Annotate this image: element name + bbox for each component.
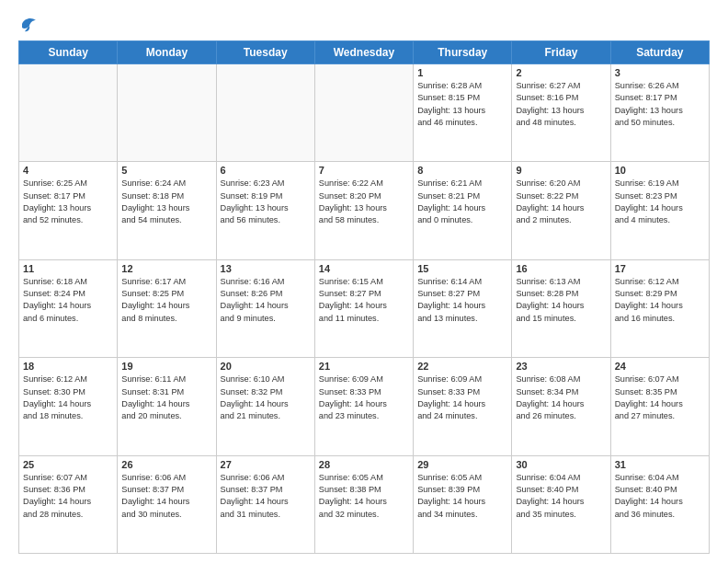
calendar-cell: 25Sunrise: 6:07 AM Sunset: 8:36 PM Dayli… — [19, 455, 118, 553]
day-number: 4 — [23, 165, 113, 176]
day-info: Sunrise: 6:19 AM Sunset: 8:23 PM Dayligh… — [615, 178, 705, 226]
day-number: 23 — [516, 361, 606, 372]
day-number: 28 — [319, 459, 409, 470]
calendar-cell: 30Sunrise: 6:04 AM Sunset: 8:40 PM Dayli… — [512, 455, 610, 553]
day-number: 11 — [23, 263, 113, 274]
day-info: Sunrise: 6:06 AM Sunset: 8:37 PM Dayligh… — [221, 472, 311, 521]
calendar-cell: 29Sunrise: 6:05 AM Sunset: 8:39 PM Dayli… — [414, 455, 512, 553]
calendar-cell: 1Sunrise: 6:28 AM Sunset: 8:15 PM Daylig… — [414, 64, 512, 162]
day-info: Sunrise: 6:04 AM Sunset: 8:40 PM Dayligh… — [516, 472, 606, 521]
calendar-table: SundayMondayTuesdayWednesdayThursdayFrid… — [18, 40, 710, 554]
day-number: 8 — [417, 165, 507, 176]
day-info: Sunrise: 6:14 AM Sunset: 8:27 PM Dayligh… — [417, 276, 507, 325]
calendar-cell: 9Sunrise: 6:20 AM Sunset: 8:22 PM Daylig… — [512, 162, 610, 259]
day-info: Sunrise: 6:08 AM Sunset: 8:34 PM Dayligh… — [516, 373, 606, 422]
day-number: 7 — [319, 165, 409, 176]
day-number: 26 — [121, 459, 211, 470]
day-number: 14 — [319, 263, 409, 274]
calendar-dow-wednesday: Wednesday — [314, 41, 413, 64]
calendar-cell: 4Sunrise: 6:25 AM Sunset: 8:17 PM Daylig… — [19, 162, 118, 259]
calendar-cell: 3Sunrise: 6:26 AM Sunset: 8:17 PM Daylig… — [610, 64, 709, 162]
day-info: Sunrise: 6:07 AM Sunset: 8:35 PM Dayligh… — [615, 373, 705, 422]
day-info: Sunrise: 6:12 AM Sunset: 8:30 PM Dayligh… — [23, 373, 113, 422]
day-number: 10 — [615, 165, 705, 176]
day-info: Sunrise: 6:20 AM Sunset: 8:22 PM Dayligh… — [516, 178, 606, 226]
calendar-cell: 27Sunrise: 6:06 AM Sunset: 8:37 PM Dayli… — [216, 455, 314, 553]
calendar-cell: 22Sunrise: 6:09 AM Sunset: 8:33 PM Dayli… — [414, 358, 512, 455]
calendar-cell: 15Sunrise: 6:14 AM Sunset: 8:27 PM Dayli… — [414, 259, 512, 357]
day-number: 16 — [516, 263, 606, 274]
calendar-cell: 8Sunrise: 6:21 AM Sunset: 8:21 PM Daylig… — [414, 162, 512, 259]
day-number: 24 — [615, 361, 705, 372]
calendar-cell: 21Sunrise: 6:09 AM Sunset: 8:33 PM Dayli… — [314, 358, 413, 455]
calendar-cell: 16Sunrise: 6:13 AM Sunset: 8:28 PM Dayli… — [512, 259, 610, 357]
calendar-cell: 10Sunrise: 6:19 AM Sunset: 8:23 PM Dayli… — [610, 162, 709, 259]
day-info: Sunrise: 6:27 AM Sunset: 8:16 PM Dayligh… — [516, 80, 606, 129]
page: SundayMondayTuesdayWednesdayThursdayFrid… — [0, 0, 728, 563]
day-info: Sunrise: 6:18 AM Sunset: 8:24 PM Dayligh… — [23, 276, 113, 325]
day-info: Sunrise: 6:15 AM Sunset: 8:27 PM Dayligh… — [319, 276, 409, 325]
day-info: Sunrise: 6:16 AM Sunset: 8:26 PM Dayligh… — [221, 276, 311, 325]
logo-bird-icon — [20, 15, 37, 33]
calendar-week-0: 1Sunrise: 6:28 AM Sunset: 8:15 PM Daylig… — [19, 64, 710, 162]
day-number: 31 — [615, 459, 705, 470]
calendar-cell: 11Sunrise: 6:18 AM Sunset: 8:24 PM Dayli… — [19, 259, 118, 357]
day-number: 22 — [417, 361, 507, 372]
day-number: 1 — [417, 67, 507, 78]
day-info: Sunrise: 6:05 AM Sunset: 8:39 PM Dayligh… — [417, 472, 507, 521]
day-info: Sunrise: 6:28 AM Sunset: 8:15 PM Dayligh… — [417, 80, 507, 129]
day-number: 21 — [319, 361, 409, 372]
day-number: 6 — [221, 165, 311, 176]
day-number: 25 — [23, 459, 113, 470]
day-info: Sunrise: 6:23 AM Sunset: 8:19 PM Dayligh… — [221, 178, 311, 226]
day-info: Sunrise: 6:05 AM Sunset: 8:38 PM Dayligh… — [319, 472, 409, 521]
calendar-cell: 19Sunrise: 6:11 AM Sunset: 8:31 PM Dayli… — [118, 358, 216, 455]
day-number: 30 — [516, 459, 606, 470]
calendar-dow-tuesday: Tuesday — [216, 41, 314, 64]
calendar-dow-thursday: Thursday — [414, 41, 512, 64]
day-number: 12 — [121, 263, 211, 274]
day-info: Sunrise: 6:24 AM Sunset: 8:18 PM Dayligh… — [121, 178, 211, 226]
day-number: 27 — [221, 459, 311, 470]
logo — [18, 15, 37, 31]
day-number: 17 — [615, 263, 705, 274]
calendar-cell: 18Sunrise: 6:12 AM Sunset: 8:30 PM Dayli… — [19, 358, 118, 455]
calendar-cell: 24Sunrise: 6:07 AM Sunset: 8:35 PM Dayli… — [610, 358, 709, 455]
header — [18, 15, 710, 31]
calendar-week-3: 18Sunrise: 6:12 AM Sunset: 8:30 PM Dayli… — [19, 358, 710, 455]
day-info: Sunrise: 6:11 AM Sunset: 8:31 PM Dayligh… — [121, 373, 211, 422]
calendar-header-row: SundayMondayTuesdayWednesdayThursdayFrid… — [19, 41, 710, 64]
calendar-cell — [216, 64, 314, 162]
day-info: Sunrise: 6:10 AM Sunset: 8:32 PM Dayligh… — [221, 373, 311, 422]
calendar-cell: 6Sunrise: 6:23 AM Sunset: 8:19 PM Daylig… — [216, 162, 314, 259]
day-info: Sunrise: 6:04 AM Sunset: 8:40 PM Dayligh… — [615, 472, 705, 521]
day-info: Sunrise: 6:25 AM Sunset: 8:17 PM Dayligh… — [23, 178, 113, 226]
day-info: Sunrise: 6:09 AM Sunset: 8:33 PM Dayligh… — [417, 373, 507, 422]
calendar-cell: 31Sunrise: 6:04 AM Sunset: 8:40 PM Dayli… — [610, 455, 709, 553]
day-info: Sunrise: 6:26 AM Sunset: 8:17 PM Dayligh… — [615, 80, 705, 129]
calendar-cell: 2Sunrise: 6:27 AM Sunset: 8:16 PM Daylig… — [512, 64, 610, 162]
day-info: Sunrise: 6:06 AM Sunset: 8:37 PM Dayligh… — [121, 472, 211, 521]
calendar-cell: 17Sunrise: 6:12 AM Sunset: 8:29 PM Dayli… — [610, 259, 709, 357]
calendar-cell: 13Sunrise: 6:16 AM Sunset: 8:26 PM Dayli… — [216, 259, 314, 357]
calendar-week-4: 25Sunrise: 6:07 AM Sunset: 8:36 PM Dayli… — [19, 455, 710, 553]
day-number: 20 — [221, 361, 311, 372]
day-number: 13 — [221, 263, 311, 274]
calendar-dow-sunday: Sunday — [19, 41, 118, 64]
day-number: 2 — [516, 67, 606, 78]
calendar-cell: 14Sunrise: 6:15 AM Sunset: 8:27 PM Dayli… — [314, 259, 413, 357]
day-info: Sunrise: 6:12 AM Sunset: 8:29 PM Dayligh… — [615, 276, 705, 325]
calendar-cell — [314, 64, 413, 162]
day-number: 18 — [23, 361, 113, 372]
day-info: Sunrise: 6:13 AM Sunset: 8:28 PM Dayligh… — [516, 276, 606, 325]
calendar-dow-friday: Friday — [512, 41, 610, 64]
calendar-cell: 23Sunrise: 6:08 AM Sunset: 8:34 PM Dayli… — [512, 358, 610, 455]
calendar-cell: 5Sunrise: 6:24 AM Sunset: 8:18 PM Daylig… — [118, 162, 216, 259]
calendar-dow-monday: Monday — [118, 41, 216, 64]
calendar-cell — [19, 64, 118, 162]
day-info: Sunrise: 6:17 AM Sunset: 8:25 PM Dayligh… — [121, 276, 211, 325]
calendar-cell: 26Sunrise: 6:06 AM Sunset: 8:37 PM Dayli… — [118, 455, 216, 553]
calendar-cell: 12Sunrise: 6:17 AM Sunset: 8:25 PM Dayli… — [118, 259, 216, 357]
day-info: Sunrise: 6:07 AM Sunset: 8:36 PM Dayligh… — [23, 472, 113, 521]
calendar-cell — [118, 64, 216, 162]
